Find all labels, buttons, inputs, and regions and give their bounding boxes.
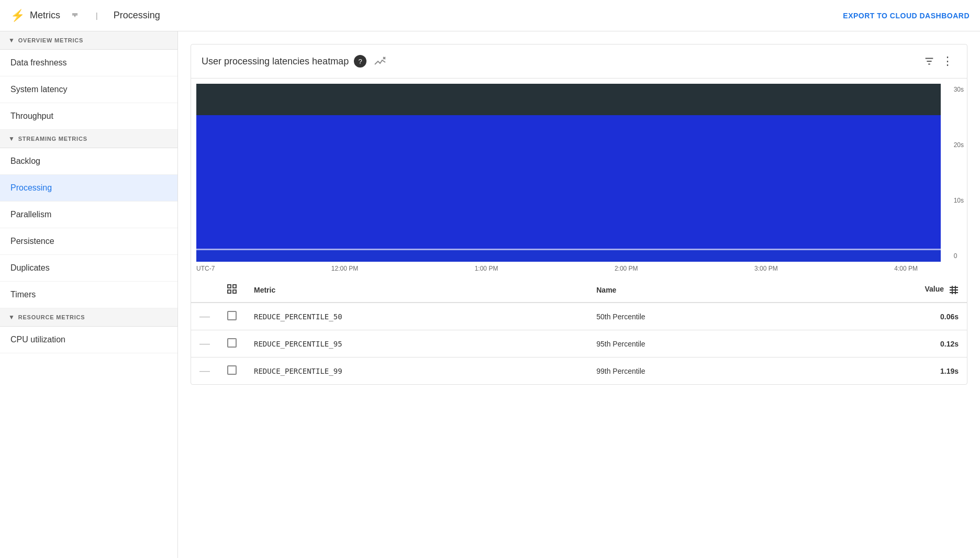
more-options-icon[interactable]: ⋮ (940, 53, 956, 70)
resource-section-label: RESOURCE METRICS (18, 314, 85, 320)
sidebar-item-parallelism[interactable]: Parallelism (0, 202, 177, 228)
table-row: — REDUCE_PERCENTILE_99 99th Percentile 1… (191, 358, 967, 385)
export-to-cloud-button[interactable]: EXPORT TO CLOUD DASHBOARD (843, 12, 970, 20)
svg-rect-12 (233, 290, 236, 293)
x-axis-label-3pm: 3:00 PM (754, 265, 778, 272)
checkbox-icon[interactable] (227, 365, 237, 375)
y-axis-label-30s: 30s (954, 86, 964, 93)
table-header-row: Metric Name Value (191, 277, 967, 303)
heatmap-card: User processing latencies heatmap ? (191, 44, 967, 385)
metrics-table-container: Metric Name Value (191, 277, 967, 384)
row-name: 50th Percentile (588, 303, 802, 330)
sidebar-item-persistence[interactable]: Persistence (0, 228, 177, 255)
main-layout: ▼ OVERVIEW METRICS Data freshness System… (0, 31, 980, 558)
row-metric: REDUCE_PERCENTILE_95 (246, 330, 588, 358)
sidebar: ▼ OVERVIEW METRICS Data freshness System… (0, 31, 178, 558)
collapse-sidebar-button[interactable]: ⫧ (71, 10, 80, 21)
app-title: Metrics (30, 10, 60, 21)
th-name-label: Name (596, 286, 616, 294)
svg-rect-5 (196, 84, 941, 115)
main-content: User processing latencies heatmap ? (178, 31, 980, 558)
x-axis-label-2pm: 2:00 PM (615, 265, 638, 272)
app-header: ⚡ Metrics ⫧ | Processing EXPORT TO CLOUD… (0, 0, 980, 31)
chart-title-group: User processing latencies heatmap ? (202, 53, 388, 70)
row-metric: REDUCE_PERCENTILE_99 (246, 358, 588, 385)
x-axis-label-12pm: 12:00 PM (331, 265, 358, 272)
checkbox-icon[interactable] (227, 338, 237, 348)
header-left: ⚡ Metrics ⫧ | Processing (10, 9, 160, 23)
heatmap-wrapper: 30s 20s 10s 0 (196, 84, 941, 262)
sidebar-item-data-freshness[interactable]: Data freshness (0, 50, 177, 76)
row-dash: — (191, 330, 218, 358)
row-name: 99th Percentile (588, 358, 802, 385)
svg-rect-9 (228, 285, 231, 288)
column-selector-icon[interactable] (227, 287, 237, 296)
sidebar-item-throughput[interactable]: Throughput (0, 103, 177, 130)
row-dash: — (191, 303, 218, 330)
streaming-section-label: STREAMING METRICS (18, 136, 87, 142)
sidebar-item-backlog[interactable]: Backlog (0, 148, 177, 175)
row-checkbox[interactable] (218, 358, 246, 385)
th-metric-label: Metric (254, 286, 275, 294)
overview-metrics-section-header[interactable]: ▼ OVERVIEW METRICS (0, 31, 177, 50)
sidebar-item-duplicates[interactable]: Duplicates (0, 255, 177, 282)
x-axis-labels: UTC-7 12:00 PM 1:00 PM 2:00 PM 3:00 PM 4… (196, 262, 941, 272)
th-value-label: Value (925, 285, 944, 293)
page-title: Processing (114, 10, 160, 21)
row-dash: — (191, 358, 218, 385)
th-metric: Metric (246, 277, 588, 303)
help-icon[interactable]: ? (354, 55, 366, 68)
svg-rect-11 (228, 290, 231, 293)
heatmap-chart: 30s 20s 10s 0 UTC-7 12:00 PM 1:00 PM 2:0… (191, 79, 967, 277)
metrics-table: Metric Name Value (191, 277, 967, 384)
resource-chevron-down-icon: ▼ (8, 314, 15, 321)
row-value: 1.19s (802, 358, 967, 385)
overview-section-label: OVERVIEW METRICS (18, 37, 83, 43)
heatmap-svg (196, 84, 941, 262)
checkbox-icon[interactable] (227, 311, 237, 320)
app-logo-icon: ⚡ (10, 9, 25, 23)
row-checkbox[interactable] (218, 303, 246, 330)
svg-rect-6 (196, 115, 941, 251)
sidebar-item-cpu-utilization[interactable]: CPU utilization (0, 327, 177, 353)
sidebar-item-processing[interactable]: Processing (0, 175, 177, 202)
x-axis-label-utc7: UTC-7 (196, 265, 215, 272)
th-dash (191, 277, 218, 303)
x-axis-label-1pm: 1:00 PM (475, 265, 498, 272)
row-value: 0.06s (802, 303, 967, 330)
table-row: — REDUCE_PERCENTILE_50 50th Percentile 0… (191, 303, 967, 330)
filter-icon[interactable] (921, 53, 938, 70)
sidebar-item-system-latency[interactable]: System latency (0, 76, 177, 103)
svg-rect-8 (196, 250, 941, 262)
y-axis-label-10s: 10s (954, 197, 964, 204)
table-row: — REDUCE_PERCENTILE_95 95th Percentile 0… (191, 330, 967, 358)
row-name: 95th Percentile (588, 330, 802, 358)
th-name: Name (588, 277, 802, 303)
svg-rect-10 (233, 285, 236, 288)
row-checkbox[interactable] (218, 330, 246, 358)
chart-actions: ⋮ (921, 53, 956, 70)
streaming-metrics-section-header[interactable]: ▼ STREAMING METRICS (0, 130, 177, 148)
resource-metrics-section-header[interactable]: ▼ RESOURCE METRICS (0, 308, 177, 327)
y-axis-label-0: 0 (954, 252, 964, 260)
chart-header: User processing latencies heatmap ? (191, 44, 967, 79)
th-checkbox-col (218, 277, 246, 303)
y-axis-label-20s: 20s (954, 141, 964, 149)
svg-rect-7 (196, 249, 941, 250)
th-value: Value (802, 277, 967, 303)
row-metric: REDUCE_PERCENTILE_50 (246, 303, 588, 330)
overview-chevron-down-icon: ▼ (8, 37, 15, 44)
sidebar-item-timers[interactable]: Timers (0, 282, 177, 308)
chart-title: User processing latencies heatmap (202, 56, 349, 67)
row-value: 0.12s (802, 330, 967, 358)
x-axis-label-4pm: 4:00 PM (894, 265, 918, 272)
streaming-chevron-down-icon: ▼ (8, 135, 15, 142)
column-layout-icon[interactable] (949, 285, 959, 293)
no-metrics-icon[interactable] (372, 53, 388, 70)
